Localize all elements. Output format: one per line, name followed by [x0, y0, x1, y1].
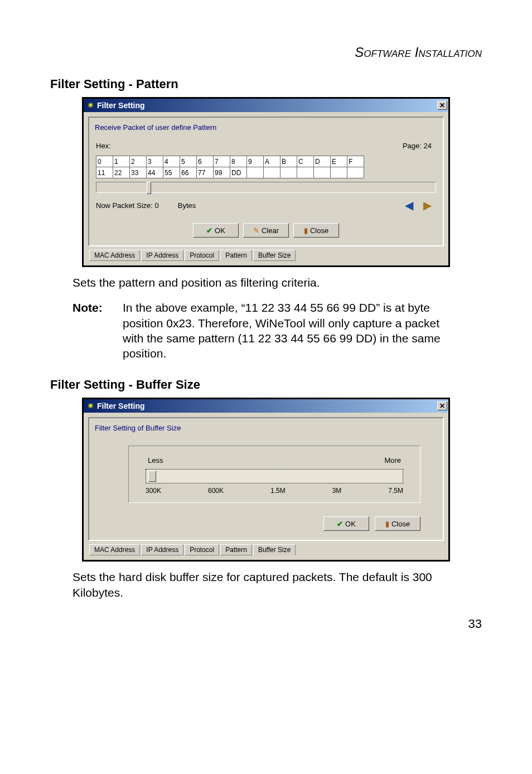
hex-header-cell: 1 — [113, 156, 130, 167]
group-pattern: Receive Packet of user define Pattern He… — [88, 117, 444, 246]
hex-value-cell[interactable]: DD — [230, 167, 247, 178]
slider-tick: 300K — [146, 487, 161, 495]
tab-ip-address[interactable]: IP Address — [141, 250, 183, 261]
tab-mac-address[interactable]: MAC Address — [89, 250, 140, 261]
page-heading: Software Installation — [50, 45, 482, 60]
app-icon: ☀ — [86, 101, 95, 110]
close-icon[interactable]: ✕ — [437, 101, 447, 110]
ok-label: OK — [345, 520, 356, 528]
hex-value-cell[interactable]: 66 — [180, 167, 197, 178]
hex-value-cell[interactable]: 77 — [197, 167, 214, 178]
page-number: 33 — [50, 617, 482, 631]
dialog-filter-buffer: ☀ Filter Setting ✕ Filter Setting of Buf… — [82, 398, 450, 562]
tab-pattern[interactable]: Pattern — [220, 250, 252, 261]
door-icon: ▮ — [304, 226, 308, 235]
scroll-thumb[interactable] — [147, 182, 151, 194]
ok-button[interactable]: ✔OK — [193, 223, 239, 238]
door-icon: ▮ — [385, 520, 389, 528]
more-label: More — [384, 456, 401, 465]
hex-value-cell[interactable] — [347, 167, 364, 178]
hex-value-cell[interactable]: 99 — [214, 167, 230, 178]
ok-button[interactable]: ✔OK — [323, 516, 369, 531]
close-button[interactable]: ▮Close — [375, 516, 420, 531]
slider-box: Less More 300K600K1.5M3M7.5M — [128, 446, 420, 503]
brush-icon: ✎ — [253, 226, 259, 235]
slider-tick: 600K — [208, 487, 224, 495]
note-block: Note: In the above example, “11 22 33 44… — [72, 300, 460, 361]
section-title-pattern: Filter Setting - Pattern — [50, 77, 482, 91]
arrow-left-icon[interactable]: ◀ — [405, 199, 413, 212]
hex-value-cell[interactable] — [280, 167, 297, 178]
hex-value-cell[interactable]: 33 — [130, 167, 147, 178]
group-label: Receive Packet of user define Pattern — [95, 123, 437, 132]
hex-value-cell[interactable] — [297, 167, 314, 178]
buffer-slider[interactable] — [146, 469, 403, 483]
section-title-buffer: Filter Setting - Buffer Size — [50, 378, 482, 392]
hex-header-cell: 0 — [96, 156, 113, 167]
slider-tick: 1.5M — [270, 487, 286, 495]
bytes-label: Bytes — [178, 201, 196, 210]
hex-value-cell[interactable]: 55 — [163, 167, 180, 178]
titlebar-pattern: ☀ Filter Setting ✕ — [84, 99, 448, 112]
clear-button[interactable]: ✎Clear — [243, 223, 289, 238]
slider-tick: 3M — [332, 487, 342, 495]
dialog-filter-pattern: ☀ Filter Setting ✕ Receive Packet of use… — [82, 97, 450, 267]
close-label: Close — [391, 520, 410, 528]
hex-header-cell: 7 — [214, 156, 230, 167]
nowpkt-label: Now Packet Size: 0 — [96, 201, 159, 210]
check-icon: ✔ — [206, 226, 212, 235]
hex-value-cell[interactable] — [331, 167, 347, 178]
tabs-buffer: MAC AddressIP AddressProtocolPatternBuff… — [86, 543, 446, 558]
tab-pattern[interactable]: Pattern — [220, 544, 252, 555]
ok-label: OK — [215, 226, 225, 235]
tab-mac-address[interactable]: MAC Address — [89, 544, 140, 555]
tab-buffer-size[interactable]: Buffer Size — [253, 544, 296, 555]
note-label: Note: — [72, 300, 123, 361]
tabs-pattern: MAC AddressIP AddressProtocolPatternBuff… — [86, 249, 446, 263]
tab-protocol[interactable]: Protocol — [185, 250, 219, 261]
hex-grid: 0123456789ABCDEF 1122334455667799DD — [96, 156, 437, 178]
slider-tick: 7.5M — [388, 487, 403, 495]
hex-value-cell[interactable]: 44 — [147, 167, 163, 178]
hex-value-cell[interactable]: 22 — [113, 167, 130, 178]
less-label: Less — [148, 456, 163, 465]
hex-value-cell[interactable] — [314, 167, 331, 178]
close-icon[interactable]: ✕ — [437, 401, 447, 410]
hex-value-cell[interactable]: 11 — [96, 167, 113, 178]
close-button[interactable]: ▮Close — [293, 223, 339, 238]
clear-label: Clear — [262, 226, 279, 235]
section1-desc: Sets the pattern and position as filteri… — [72, 275, 460, 290]
hex-header-cell: 6 — [197, 156, 214, 167]
scrollbar[interactable] — [96, 182, 436, 193]
hex-value-cell[interactable] — [247, 167, 264, 178]
dialog-title: Filter Setting — [97, 101, 437, 110]
group-label: Filter Setting of Buffer Size — [95, 424, 437, 432]
hex-header-cell: 5 — [180, 156, 197, 167]
hex-header-cell: C — [297, 156, 314, 167]
hex-header-cell: 2 — [130, 156, 147, 167]
hex-value-cell[interactable] — [264, 167, 280, 178]
tab-protocol[interactable]: Protocol — [185, 544, 219, 555]
hex-header-cell: D — [314, 156, 331, 167]
hex-header-cell: F — [347, 156, 364, 167]
hex-header-cell: 4 — [163, 156, 180, 167]
hex-header-cell: 3 — [147, 156, 163, 167]
arrow-right-icon[interactable]: ▶ — [423, 199, 432, 212]
check-icon: ✔ — [337, 520, 343, 528]
slider-thumb[interactable] — [148, 471, 156, 482]
app-icon: ☀ — [86, 401, 95, 410]
tab-buffer-size[interactable]: Buffer Size — [253, 250, 296, 261]
page-indicator: Page: 24 — [403, 142, 432, 150]
hex-header-cell: B — [280, 156, 297, 167]
group-buffer: Filter Setting of Buffer Size Less More … — [88, 417, 444, 541]
note-text: In the above example, “11 22 33 44 55 66… — [123, 300, 460, 361]
hex-header-cell: A — [264, 156, 280, 167]
hex-label: Hex: — [96, 142, 111, 150]
hex-header-cell: 9 — [247, 156, 264, 167]
titlebar-buffer: ☀ Filter Setting ✕ — [84, 399, 448, 413]
close-label: Close — [310, 226, 328, 235]
hex-header-cell: E — [331, 156, 347, 167]
dialog-title: Filter Setting — [97, 401, 437, 410]
tab-ip-address[interactable]: IP Address — [141, 544, 183, 555]
section2-desc: Sets the hard disk buffer size for captu… — [72, 569, 460, 600]
